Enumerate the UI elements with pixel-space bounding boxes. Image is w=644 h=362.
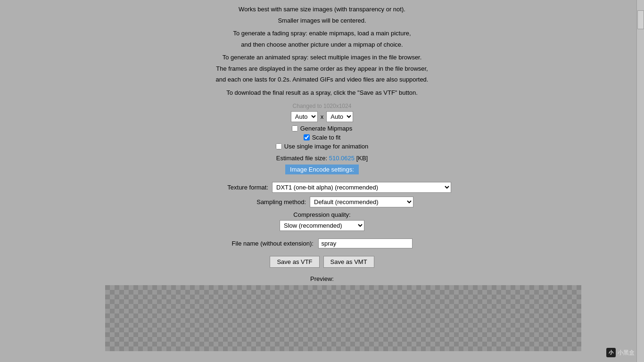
intro-line4: and then choose another picture under a … (105, 40, 539, 49)
scale-to-fit-checkbox[interactable] (304, 134, 310, 140)
preview-section: Preview: (105, 275, 539, 351)
save-vmt-button[interactable]: Save as VMT (323, 256, 374, 268)
save-vtf-button[interactable]: Save as VTF (270, 256, 319, 268)
estimated-value: 510.0625 (329, 155, 355, 162)
compression-quality-section: Compression quality: Slow (recommended) … (105, 211, 539, 231)
single-image-label[interactable]: Use single image for animation (284, 143, 368, 150)
save-buttons-row: Save as VTF Save as VMT (105, 256, 539, 268)
intro-download: To download the final result as a spray,… (105, 88, 539, 98)
single-image-row: Use single image for animation (105, 143, 539, 150)
sampling-method-select[interactable]: Default (recommended) Nearest Bilinear B… (310, 197, 413, 207)
estimated-size-row: Estimated file size: 510.0625 [KB] (105, 155, 539, 162)
watermark-icon: 小 (606, 348, 616, 357)
preview-label: Preview: (105, 275, 539, 282)
size-x-select[interactable]: Auto (291, 111, 318, 122)
single-image-checkbox[interactable] (276, 143, 282, 149)
scrollbar-thumb[interactable] (637, 10, 644, 29)
controls-section: Changed to 1020x1024 Auto x Auto Generat… (105, 103, 539, 150)
intro-line5: To generate an animated spray: select mu… (105, 53, 539, 62)
size-row: Auto x Auto (105, 111, 539, 122)
file-name-label: File name (without extension): (231, 240, 313, 247)
intro-line1: Works best with same size images (with t… (105, 5, 539, 14)
file-name-section: File name (without extension): (105, 239, 539, 248)
compression-quality-select[interactable]: Slow (recommended) Normal Fast (280, 220, 364, 231)
scale-to-fit-row: Scale to fit (105, 134, 539, 141)
preview-canvas (105, 285, 581, 351)
intro-line6: The frames are displayed in the same ord… (105, 64, 539, 74)
size-x-label: x (321, 113, 324, 120)
intro-section: Works best with same size images (with t… (105, 5, 539, 25)
encode-settings-button[interactable]: Image Encode settings: (285, 165, 359, 174)
intro-line3: To generate a fading spray: enable mipma… (105, 29, 539, 38)
changed-label: Changed to 1020x1024 (105, 103, 539, 109)
texture-format-select[interactable]: DXT1 (one-bit alpha) (recommended) DXT5 … (272, 182, 451, 193)
generate-mipmaps-checkbox[interactable] (292, 125, 298, 132)
estimated-label: Estimated file size: (276, 155, 327, 162)
watermark-text: 小黑盒 (618, 349, 635, 357)
intro-animated: To generate an animated spray: select mu… (105, 53, 539, 84)
scrollbar[interactable] (636, 0, 644, 362)
generate-mipmaps-row: Generate Mipmaps (105, 125, 539, 132)
scale-to-fit-label[interactable]: Scale to fit (312, 134, 341, 141)
estimated-unit: [KB] (356, 155, 368, 162)
intro-line7: and each one lasts for 0.2s. Animated GI… (105, 75, 539, 84)
compression-quality-label: Compression quality: (105, 211, 539, 218)
watermark: 小 小黑盒 (606, 348, 635, 357)
intro-line8: To download the final result as a spray,… (105, 88, 539, 98)
encode-settings-section: Image Encode settings: (105, 165, 539, 182)
sampling-method-label: Sampling method: (231, 198, 306, 206)
intro-line2: Smaller images will be centered. (105, 16, 539, 25)
texture-format-label: Texture format: (193, 184, 268, 191)
file-name-input[interactable] (318, 239, 413, 248)
intro-fading: To generate a fading spray: enable mipma… (105, 29, 539, 49)
size-y-select[interactable]: Auto (326, 111, 353, 122)
texture-format-row: Texture format: DXT1 (one-bit alpha) (re… (105, 182, 539, 193)
sampling-method-row: Sampling method: Default (recommended) N… (105, 197, 539, 207)
generate-mipmaps-label[interactable]: Generate Mipmaps (300, 125, 353, 132)
